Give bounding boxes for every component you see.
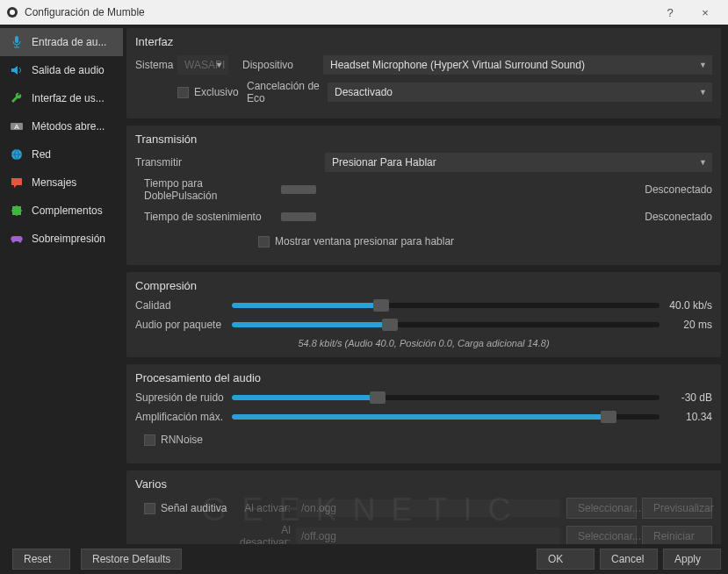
transmision-panel: Transmisión Transmitir Presionar Para Ha… [126, 126, 721, 265]
ruido-label: Supresión de ruido [135, 391, 232, 404]
sidebar-item-label: Red [32, 148, 51, 161]
chevron-down-icon: ▼ [699, 61, 707, 69]
transmision-title: Transmisión [135, 133, 712, 146]
sidebar-item-interfaz[interactable]: Interfaz de us... [0, 84, 123, 112]
sidebar-item-label: Mensajes [32, 176, 76, 189]
ruido-slider[interactable] [232, 395, 660, 400]
window-title: Configuración de Mumble [25, 6, 145, 18]
rnnoise-label: RNNoise [161, 434, 203, 446]
sidebar-item-label: Complementos [32, 204, 103, 217]
amp-label: Amplificación máx. [135, 411, 232, 423]
reiniciar-button[interactable]: Reiniciar [642, 526, 712, 544]
chat-icon [9, 175, 25, 190]
calidad-slider[interactable] [232, 303, 660, 308]
wrench-icon [9, 90, 25, 106]
sidebar-item-label: Interfaz de us... [32, 92, 105, 104]
chevron-down-icon: ▼ [699, 88, 707, 97]
sidebar-item-mensajes[interactable]: Mensajes [0, 169, 123, 197]
svg-point-1 [10, 10, 15, 15]
amp-slider[interactable] [232, 414, 660, 420]
help-button[interactable]: ? [652, 6, 688, 19]
sost-status: Desconectado [645, 211, 712, 223]
speaker-icon [9, 62, 25, 78]
exclusivo-label: Exclusivo [194, 86, 247, 98]
sidebar-item-label: Entrada de au... [32, 36, 106, 48]
microphone-icon [9, 34, 25, 50]
app-icon [5, 5, 19, 19]
apply-button[interactable]: Apply [663, 549, 721, 570]
titlebar: Configuración de Mumble ? × [0, 0, 728, 25]
auditiva-label: Señal auditiva [161, 502, 240, 514]
svg-rect-2 [15, 36, 18, 43]
rnnoise-checkbox[interactable] [144, 434, 155, 446]
sidebar-item-entrada[interactable]: Entrada de au... [0, 28, 123, 56]
ok-button[interactable]: OK [537, 549, 595, 570]
sidebar-item-label: Salida de audio [32, 64, 105, 76]
sistema-select[interactable]: WASAPI▼ [177, 55, 228, 75]
transmitir-label: Transmitir [135, 156, 325, 169]
transmitir-select[interactable]: Presionar Para Hablar▼ [325, 153, 712, 172]
keyboard-icon: A [9, 118, 25, 134]
seleccionar-button-1[interactable]: Seleccionar... [566, 498, 637, 519]
doble-status: Desconectado [645, 183, 712, 196]
procesamiento-panel: Procesamiento del audio Supresión de rui… [126, 364, 721, 463]
exclusivo-checkbox[interactable] [177, 87, 189, 98]
compresion-panel: Compresión Calidad 40.0 kb/s Audio por p… [126, 272, 721, 357]
chevron-down-icon: ▼ [215, 61, 223, 69]
compresion-title: Compresión [135, 279, 712, 292]
sost-slider[interactable] [281, 212, 316, 221]
sidebar-item-complementos[interactable]: Complementos [0, 197, 123, 225]
doble-label: Tiempo para DoblePulsación [144, 177, 272, 202]
interfaz-panel: Interfaz Sistema WASAPI▼ Dispositivo Hea… [126, 28, 721, 118]
seleccionar-button-2[interactable]: Seleccionar... [566, 526, 637, 544]
presionar-checkbox[interactable] [258, 236, 270, 248]
chevron-down-icon: ▼ [699, 158, 707, 167]
close-button[interactable]: × [688, 6, 723, 19]
activar-label: Al activar: [240, 502, 296, 514]
restore-defaults-button[interactable]: Restore Defaults [81, 549, 182, 570]
gamepad-icon [9, 231, 25, 247]
sidebar-item-sobreimpresion[interactable]: Sobreimpresión [0, 225, 123, 253]
activar-field: /on.ogg [296, 499, 559, 517]
compresion-info: 54.8 kbit/s (Audio 40.0, Posición 0.0, C… [135, 338, 712, 348]
calidad-label: Calidad [135, 299, 232, 312]
audiopaq-label: Audio por paquete [135, 319, 232, 331]
calidad-value: 40.0 kb/s [660, 299, 712, 312]
previsualizar-button[interactable]: Previsualizar [642, 498, 712, 519]
amp-value: 10.34 [660, 411, 712, 423]
sidebar-item-salida[interactable]: Salida de audio [0, 56, 123, 84]
auditiva-checkbox[interactable] [144, 503, 155, 514]
svg-text:A: A [14, 123, 19, 131]
varios-panel: Varios Señal auditiva Al activar: /on.og… [126, 470, 721, 544]
eco-label: Cancelación de Eco [247, 80, 328, 104]
cancel-button[interactable]: Cancel [600, 549, 658, 570]
sost-label: Tiempo de sostenimiento [144, 211, 272, 223]
sidebar-item-label: Sobreimpresión [32, 233, 105, 245]
content-area: Entrada de au... Salida de audio Interfa… [0, 25, 728, 544]
globe-icon [9, 147, 25, 162]
footer: Reset Restore Defaults OK Cancel Apply [0, 544, 728, 574]
audiopaq-value: 20 ms [660, 319, 712, 331]
sidebar: Entrada de au... Salida de audio Interfa… [0, 25, 123, 544]
doble-slider[interactable] [281, 185, 316, 194]
procesamiento-title: Procesamiento del audio [135, 371, 712, 384]
sidebar-item-red[interactable]: Red [0, 140, 123, 169]
ruido-value: -30 dB [660, 391, 712, 404]
interfaz-title: Interfaz [135, 35, 712, 48]
puzzle-icon [9, 203, 25, 219]
sidebar-item-metodos[interactable]: A Métodos abre... [0, 112, 123, 140]
eco-select[interactable]: Desactivado▼ [328, 83, 712, 102]
sidebar-item-label: Métodos abre... [32, 120, 105, 133]
varios-title: Varios [135, 477, 712, 491]
reset-button[interactable]: Reset [12, 549, 70, 570]
desactivar-label: Al desactivar: [240, 524, 296, 544]
dispositivo-select[interactable]: Headset Microphone (HyperX Virtual Surro… [323, 55, 712, 75]
main-panel: Interfaz Sistema WASAPI▼ Dispositivo Hea… [123, 25, 728, 544]
dispositivo-label: Dispositivo [242, 59, 323, 71]
desactivar-field: /off.ogg [296, 527, 559, 544]
sistema-label: Sistema [135, 59, 177, 71]
audiopaq-slider[interactable] [232, 322, 660, 327]
presionar-label: Mostrar ventana presionar para hablar [275, 235, 454, 248]
